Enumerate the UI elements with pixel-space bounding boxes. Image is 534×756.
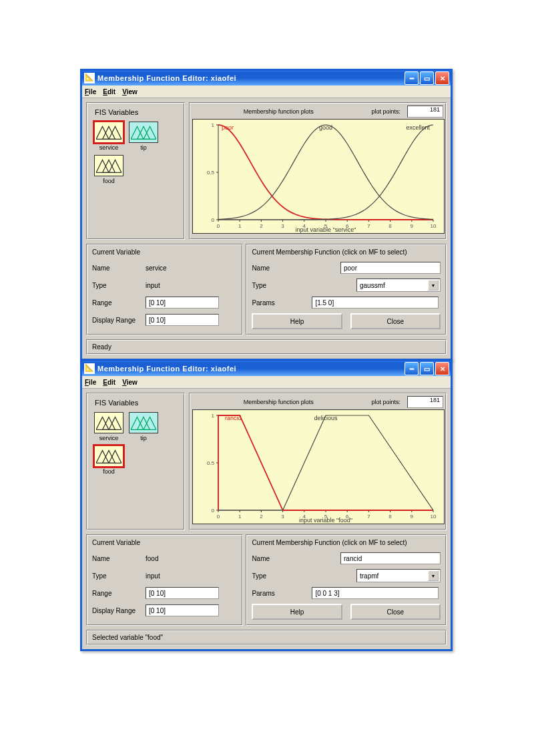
svg-text:0: 0 xyxy=(217,514,220,520)
svg-text:excellent: excellent xyxy=(406,124,430,131)
svg-text:8: 8 xyxy=(388,223,392,229)
status-bar: Ready xyxy=(86,339,447,355)
cv-disprange-label: Display Range xyxy=(92,607,146,614)
close-button[interactable]: Close xyxy=(350,604,441,620)
current-mf-title: Current Membership Function (click on MF… xyxy=(252,539,441,546)
cv-name-label: Name xyxy=(92,555,146,562)
maximize-button[interactable]: ▭ xyxy=(420,71,434,85)
svg-text:9: 9 xyxy=(411,514,414,520)
fis-variable-tip[interactable]: tip xyxy=(128,412,159,441)
close-window-button[interactable]: ✕ xyxy=(435,362,449,375)
cv-type-label: Type xyxy=(92,282,146,289)
current-mf-panel: Current Membership Function (click on MF… xyxy=(246,534,447,626)
plot-points-label: plot points: xyxy=(371,108,400,115)
svg-text:1: 1 xyxy=(238,514,242,520)
fis-variable-icon[interactable] xyxy=(129,122,158,143)
cv-disprange-input[interactable]: [0 10] xyxy=(146,314,219,326)
fis-variable-service[interactable]: service xyxy=(93,412,124,441)
fis-variable-icon[interactable] xyxy=(94,122,123,143)
mf-name-input[interactable]: poor xyxy=(340,262,441,274)
close-button[interactable]: Close xyxy=(350,313,441,329)
svg-text:1: 1 xyxy=(212,413,215,419)
cv-type-value: input xyxy=(146,572,199,580)
mf-name-input[interactable]: rancid xyxy=(340,552,441,564)
mf-params-input[interactable]: [1.5 0] xyxy=(312,297,439,309)
fis-variables-panel: FIS Variables service tip food xyxy=(86,393,185,530)
help-button[interactable]: Help xyxy=(252,604,342,620)
menu-file[interactable]: File xyxy=(85,88,96,96)
titlebar[interactable]: Membership Function Editor: xiaofei ━ ▭ … xyxy=(82,71,451,85)
mf-name-label: Name xyxy=(252,555,292,562)
fis-variable-label: service xyxy=(93,144,124,151)
fis-variable-label: food xyxy=(93,468,124,475)
svg-text:0: 0 xyxy=(217,223,220,229)
svg-text:8: 8 xyxy=(388,514,392,520)
titlebar[interactable]: Membership Function Editor: xiaofei ━ ▭ … xyxy=(82,361,451,376)
svg-text:9: 9 xyxy=(411,223,414,229)
mf-name-label: Name xyxy=(252,264,292,272)
fis-variables-panel: FIS Variables service tip food xyxy=(86,102,185,240)
fis-panel-title: FIS Variables xyxy=(95,399,180,407)
plot-points-input[interactable]: 181 xyxy=(407,106,443,118)
plot-points-input[interactable]: 181 xyxy=(407,396,443,408)
fis-variable-icon[interactable] xyxy=(129,412,158,433)
svg-text:1: 1 xyxy=(212,122,215,128)
current-mf-panel: Current Membership Function (click on MF… xyxy=(246,244,447,335)
mf-type-combo[interactable]: trapmf▼ xyxy=(356,569,441,582)
app-icon xyxy=(84,363,95,374)
fis-variable-service[interactable]: service xyxy=(93,122,124,151)
plot-area[interactable]: 01234567891000.51poorgoodexcellentinput … xyxy=(192,119,445,234)
plot-points-label: plot points: xyxy=(371,399,400,405)
fis-variable-food[interactable]: food xyxy=(93,155,124,184)
mf-type-label: Type xyxy=(252,282,292,289)
svg-text:7: 7 xyxy=(367,514,370,520)
app-icon xyxy=(84,73,95,83)
cv-type-value: input xyxy=(146,282,199,289)
current-variable-panel: Current Variable Nameservice Typeinput R… xyxy=(86,244,243,335)
plot-header-label: Membership function plots xyxy=(192,108,364,115)
minimize-button[interactable]: ━ xyxy=(405,362,419,375)
fis-variable-label: service xyxy=(93,435,124,441)
svg-text:2: 2 xyxy=(260,514,263,520)
cv-disprange-input[interactable]: [0 10] xyxy=(146,604,219,616)
svg-text:0.5: 0.5 xyxy=(207,170,215,176)
svg-text:input variable "service": input variable "service" xyxy=(296,226,356,233)
plot-area[interactable]: 01234567891000.51ranciddeliciousinput va… xyxy=(192,409,445,524)
fis-variable-icon[interactable] xyxy=(94,412,123,433)
svg-text:input variable "food": input variable "food" xyxy=(299,517,352,524)
svg-text:poor: poor xyxy=(222,124,234,131)
mf-params-input[interactable]: [0 0 1 3] xyxy=(312,587,439,599)
cv-range-input[interactable]: [0 10] xyxy=(146,587,219,599)
mf-type-combo[interactable]: gaussmf▼ xyxy=(356,278,441,292)
help-button[interactable]: Help xyxy=(252,313,342,329)
cv-name-value: service xyxy=(146,264,199,272)
fis-variable-icon[interactable] xyxy=(94,155,123,176)
current-variable-title: Current Variable xyxy=(92,539,237,546)
fis-variable-label: tip xyxy=(128,144,159,151)
cv-range-input[interactable]: [0 10] xyxy=(146,297,219,309)
svg-text:0.5: 0.5 xyxy=(207,460,215,466)
fis-variable-icon[interactable] xyxy=(94,445,123,467)
current-variable-title: Current Variable xyxy=(92,248,237,256)
fis-variable-food[interactable]: food xyxy=(93,445,124,475)
cv-name-label: Name xyxy=(92,264,146,272)
menu-view[interactable]: View xyxy=(122,379,138,386)
plot-panel: Membership function plots plot points: 1… xyxy=(189,102,447,240)
window-title: Membership Function Editor: xiaofei xyxy=(97,74,405,82)
chevron-down-icon[interactable]: ▼ xyxy=(428,570,439,581)
menu-edit[interactable]: Edit xyxy=(103,88,115,96)
svg-text:0: 0 xyxy=(212,217,215,223)
svg-text:7: 7 xyxy=(367,223,370,229)
fis-variable-label: tip xyxy=(128,435,159,441)
chevron-down-icon[interactable]: ▼ xyxy=(428,280,439,291)
fis-variable-tip[interactable]: tip xyxy=(128,122,159,151)
current-mf-title: Current Membership Function (click on MF… xyxy=(252,248,441,256)
menu-view[interactable]: View xyxy=(122,88,138,96)
menu-file[interactable]: File xyxy=(85,379,96,386)
menu-edit[interactable]: Edit xyxy=(103,379,115,386)
status-bar: Selected variable "food" xyxy=(86,630,447,645)
close-window-button[interactable]: ✕ xyxy=(435,71,449,85)
minimize-button[interactable]: ━ xyxy=(405,71,419,85)
maximize-button[interactable]: ▭ xyxy=(420,362,434,375)
svg-text:2: 2 xyxy=(260,223,263,229)
